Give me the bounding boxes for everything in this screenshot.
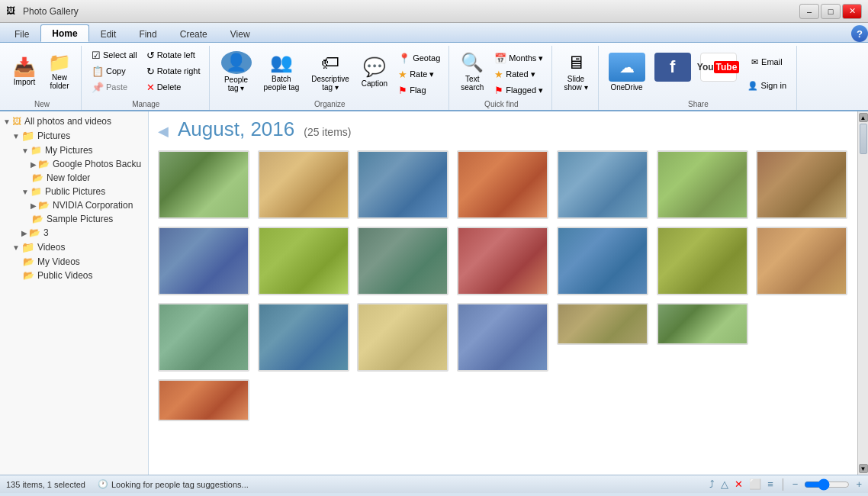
photo-thumb[interactable]	[258, 150, 349, 219]
photo-thumb[interactable]	[756, 227, 847, 295]
pictures-expand-icon: ▼	[12, 132, 20, 140]
sidebar-item-all-photos[interactable]: ▼ 🖼 All photos and videos	[0, 114, 148, 128]
month-arrow[interactable]: ◀	[158, 123, 169, 140]
my-pictures-icon: 📁	[31, 145, 42, 156]
rate-icon: ★	[398, 69, 407, 80]
delete-button[interactable]: ✕ Delete	[143, 79, 204, 95]
geotag-button[interactable]: 📍 Geotag	[394, 50, 444, 66]
ribbon-tab-bar: File Home Edit Find Create View ?	[0, 23, 868, 43]
status-icon-5[interactable]: ≡	[767, 478, 773, 490]
photo-thumb[interactable]	[756, 150, 847, 219]
rotate-left-button[interactable]: ↺ Rotate left	[143, 47, 204, 63]
sidebar-item-nvidia[interactable]: ▶ 📂 NVIDIA Corporation	[0, 198, 148, 212]
status-right: ⤴ △ ✕ ⬜ ≡ − +	[709, 478, 862, 491]
tab-view[interactable]: View	[219, 25, 262, 42]
sidebar-item-3[interactable]: ▶ 📂 3	[0, 226, 148, 240]
organize-group-content: 👤 Peopletag ▾ 👥 Batchpeople tag 🏷 Descri…	[216, 47, 445, 98]
onedrive-button[interactable]: ☁ OneDrive	[605, 47, 649, 96]
scroll-down-button[interactable]: ▼	[859, 464, 868, 473]
descriptive-tag-button[interactable]: 🏷 Descriptivetag ▾	[306, 47, 354, 96]
email-button[interactable]: ✉ Email	[742, 50, 792, 73]
scroll-thumb[interactable]	[860, 124, 867, 154]
slideshow-button[interactable]: 🖥 Slideshow ▾	[558, 47, 593, 96]
photo-thumb[interactable]	[357, 303, 448, 372]
scrollbar[interactable]: ▲ ▼	[857, 111, 868, 475]
photo-thumb[interactable]	[657, 303, 748, 345]
sidebar-item-google-photos[interactable]: ▶ 📂 Google Photos Backu	[0, 157, 148, 171]
nvidia-expand-icon: ▶	[31, 201, 37, 210]
photo-thumb[interactable]	[158, 303, 249, 372]
window-title: Photo Gallery	[23, 6, 799, 17]
flagged-button[interactable]: ⚑ Flagged ▾	[490, 82, 547, 98]
tab-create[interactable]: Create	[169, 25, 219, 42]
scroll-up-button[interactable]: ▲	[859, 113, 868, 122]
photo-thumb[interactable]	[557, 303, 648, 345]
minimize-button[interactable]: –	[799, 4, 819, 19]
ribbon: 📥 Import 📁 Newfolder New ☑ Select all 📋 …	[0, 43, 868, 111]
new-group-label: New	[8, 98, 76, 108]
photo-thumb[interactable]	[457, 303, 548, 372]
ribbon-group-share: ☁ OneDrive f fb YouTube yt ✉ Email 👤	[600, 46, 798, 110]
status-zoom-in-icon[interactable]: +	[856, 478, 862, 490]
tab-find[interactable]: Find	[127, 25, 168, 42]
sidebar-item-public-pictures[interactable]: ▼ 📁 Public Pictures	[0, 185, 148, 198]
sidebar-item-sample-pictures[interactable]: 📂 Sample Pictures	[0, 212, 148, 226]
sidebar-item-new-folder[interactable]: 📂 New folder	[0, 171, 148, 185]
photo-thumb[interactable]	[357, 150, 448, 219]
status-icon-4[interactable]: ⬜	[749, 478, 761, 490]
signin-button[interactable]: 👤 Sign in	[742, 74, 792, 97]
rated-button[interactable]: ★ Rated ▾	[490, 66, 547, 82]
help-button[interactable]: ?	[851, 25, 868, 42]
ribbon-group-manage: ☑ Select all 📋 Copy 📌 Paste ↺ Rotate lef…	[83, 46, 210, 110]
copy-button[interactable]: 📋 Copy	[88, 63, 141, 79]
status-icon-3[interactable]: ✕	[735, 478, 743, 490]
maximize-button[interactable]: □	[821, 4, 841, 19]
sidebar-item-my-videos[interactable]: 📂 My Videos	[0, 255, 148, 269]
youtube-button[interactable]: YouTube yt	[696, 47, 741, 96]
organize-col: 📍 Geotag ★ Rate ▾ ⚑ Flag	[394, 47, 444, 98]
paste-button[interactable]: 📌 Paste	[88, 79, 141, 95]
sidebar-item-pictures[interactable]: ▼ 📁 Pictures	[0, 128, 148, 143]
close-button[interactable]: ✕	[842, 4, 862, 19]
flag-button[interactable]: ⚑ Flag	[394, 82, 444, 98]
select-all-button[interactable]: ☑ Select all	[88, 47, 141, 63]
tab-home[interactable]: Home	[40, 24, 88, 42]
photo-thumb[interactable]	[158, 379, 249, 421]
import-button[interactable]: 📥 Import	[8, 47, 41, 96]
photo-thumb[interactable]	[457, 150, 548, 219]
status-icon-2[interactable]: △	[721, 478, 728, 490]
tab-file[interactable]: File	[3, 25, 40, 42]
photo-thumb[interactable]	[158, 227, 249, 295]
quickfind-group-label: Quick find	[455, 98, 547, 108]
new-folder-button[interactable]: 📁 Newfolder	[43, 47, 76, 96]
ribbon-group-slideshow: 🖥 Slideshow ▾	[554, 46, 598, 110]
rate-button[interactable]: ★ Rate ▾	[394, 66, 444, 82]
photo-thumb[interactable]	[457, 227, 548, 295]
photo-thumb[interactable]	[258, 227, 349, 295]
sidebar-item-my-pictures[interactable]: ▼ 📁 My Pictures	[0, 143, 148, 157]
photo-thumb[interactable]	[258, 303, 349, 372]
rotate-right-button[interactable]: ↻ Rotate right	[143, 63, 204, 79]
photo-thumb[interactable]	[657, 227, 748, 295]
status-icon-1[interactable]: ⤴	[709, 478, 715, 490]
batch-people-tag-button[interactable]: 👥 Batchpeople tag	[259, 47, 305, 96]
tab-edit[interactable]: Edit	[89, 25, 128, 42]
facebook-button[interactable]: f fb	[651, 47, 695, 96]
photo-thumb[interactable]	[357, 227, 448, 295]
sidebar-item-videos[interactable]: ▼ 📁 Videos	[0, 240, 148, 255]
photo-thumb[interactable]	[657, 150, 748, 219]
status-zoom-out-icon[interactable]: −	[792, 478, 799, 490]
photo-thumb[interactable]	[557, 150, 648, 219]
select-all-icon: ☑	[92, 50, 101, 61]
photo-thumb[interactable]	[557, 227, 648, 295]
flagged-icon: ⚑	[494, 85, 503, 96]
months-button[interactable]: 📅 Months ▾	[490, 50, 547, 66]
zoom-slider[interactable]	[804, 480, 850, 489]
caption-button[interactable]: 💬 Caption	[356, 47, 393, 96]
people-tag-button[interactable]: 👤 Peopletag ▾	[216, 47, 257, 96]
text-search-button[interactable]: 🔍 Textsearch	[455, 47, 489, 96]
photo-thumb[interactable]	[158, 150, 249, 219]
month-count: (25 items)	[304, 126, 351, 138]
flag-icon: ⚑	[398, 85, 407, 96]
sidebar-item-public-videos[interactable]: 📂 Public Videos	[0, 269, 148, 282]
